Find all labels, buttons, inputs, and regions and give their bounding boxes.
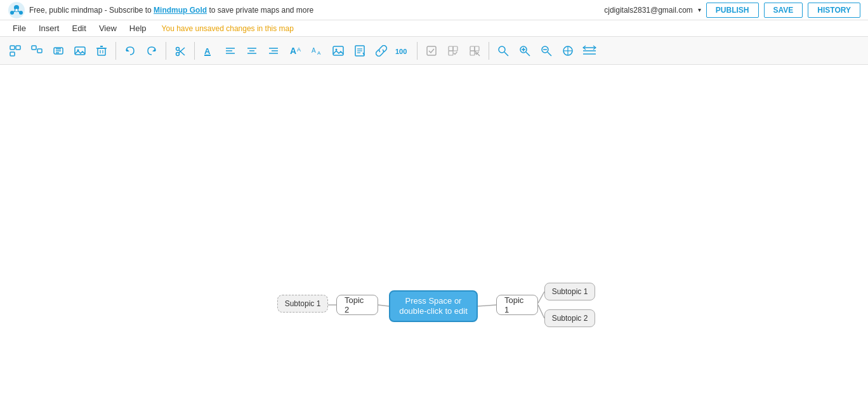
tb-sep-1: [115, 42, 116, 60]
tb-progress[interactable]: 100: [393, 41, 413, 61]
subtopic-right-bottom-node[interactable]: Subtopic 2: [544, 309, 595, 327]
top-bar-right: cjdigitals2831@gmail.com ▾ PUBLISH SAVE …: [604, 3, 860, 18]
svg-rect-30: [204, 55, 211, 56]
svg-rect-58: [470, 51, 475, 55]
svg-line-65: [526, 52, 530, 56]
tb-text-color[interactable]: A: [199, 41, 219, 61]
tb-zoom-out[interactable]: [536, 41, 556, 61]
tb-check1[interactable]: [421, 41, 442, 61]
svg-rect-10: [32, 46, 36, 50]
svg-line-28: [179, 50, 185, 55]
user-email: cjdigitals2831@gmail.com: [604, 6, 693, 15]
svg-rect-18: [98, 48, 105, 55]
history-button[interactable]: HISTORY: [808, 3, 860, 18]
svg-rect-7: [10, 46, 15, 50]
svg-rect-57: [475, 46, 479, 51]
topic2-node[interactable]: Topic 2: [336, 295, 378, 315]
menu-edit[interactable]: Edit: [67, 22, 91, 34]
tb-undo[interactable]: [120, 41, 140, 61]
svg-line-68: [548, 52, 551, 56]
svg-line-61: [504, 52, 508, 56]
tb-align-right[interactable]: [263, 41, 284, 61]
svg-text:A: A: [290, 46, 296, 56]
svg-rect-16: [75, 47, 85, 55]
tb-search[interactable]: [493, 41, 513, 61]
svg-text:A: A: [317, 50, 321, 56]
svg-point-25: [176, 52, 180, 55]
svg-line-75: [378, 305, 389, 306]
svg-rect-44: [333, 46, 343, 55]
svg-rect-54: [453, 46, 457, 51]
publish-button[interactable]: PUBLISH: [706, 3, 759, 18]
tb-sep-3: [194, 42, 195, 60]
tb-align-left[interactable]: [220, 41, 240, 61]
svg-point-60: [499, 46, 505, 53]
subtopic-right-top-label: Subtopic 1: [552, 287, 588, 296]
svg-line-79: [538, 305, 544, 318]
menu-insert[interactable]: Insert: [34, 22, 65, 34]
tb-check3[interactable]: [464, 41, 485, 61]
mindmap-connections: [0, 65, 868, 418]
topic1-label: Topic 1: [504, 295, 530, 314]
tb-fit[interactable]: [558, 41, 578, 61]
svg-text:A: A: [297, 46, 301, 53]
svg-line-27: [179, 48, 185, 53]
menu-view[interactable]: View: [94, 22, 122, 34]
svg-line-78: [538, 292, 544, 303]
subtopic-right-bottom-label: Subtopic 2: [552, 314, 588, 323]
mindmup-gold-link[interactable]: Mindmup Gold: [154, 6, 207, 15]
menu-help[interactable]: Help: [124, 22, 152, 34]
svg-rect-53: [449, 46, 453, 51]
tb-cut[interactable]: [170, 41, 190, 61]
announcement-text: Free, public mindmap - Subscribe to Mind…: [29, 6, 313, 15]
subtopic-left-node[interactable]: Subtopic 1: [277, 295, 328, 313]
mindmup-logo: [8, 1, 25, 19]
tb-add-child[interactable]: [5, 41, 25, 61]
save-button[interactable]: SAVE: [764, 3, 803, 18]
tb-collapse[interactable]: [27, 41, 47, 61]
svg-rect-11: [37, 49, 42, 53]
svg-rect-55: [449, 51, 453, 55]
svg-text:100: 100: [395, 48, 407, 55]
tb-sep-5: [489, 42, 489, 60]
menu-bar: File Insert Edit View Help You have unsa…: [0, 20, 868, 37]
svg-rect-9: [10, 52, 15, 56]
top-bar: Free, public mindmap - Subscribe to Mind…: [0, 0, 868, 20]
tb-font-smaller[interactable]: AA: [306, 41, 327, 61]
subtopic-left-label: Subtopic 1: [285, 299, 321, 308]
tb-zoom-in[interactable]: [515, 41, 535, 61]
tb-insert-image[interactable]: [328, 41, 348, 61]
tb-redo[interactable]: [141, 41, 162, 61]
subtopic-right-top-node[interactable]: Subtopic 1: [544, 283, 595, 300]
tb-align-center[interactable]: [242, 41, 262, 61]
tb-sep-2: [166, 42, 166, 60]
svg-rect-52: [427, 46, 436, 55]
topic1-node[interactable]: Topic 1: [496, 295, 538, 315]
user-dropdown-arrow[interactable]: ▾: [698, 6, 701, 13]
tb-font-bigger[interactable]: AA: [285, 41, 305, 61]
center-node[interactable]: Press Space or double-click to edit: [389, 290, 478, 322]
canvas[interactable]: Press Space or double-click to edit Topi…: [0, 65, 868, 418]
svg-rect-56: [470, 46, 475, 51]
tb-sep-4: [417, 42, 418, 60]
tb-image[interactable]: [70, 41, 90, 61]
toolbar: A AA AA 100: [0, 37, 868, 65]
topic2-label: Topic 2: [345, 295, 370, 314]
svg-point-6: [15, 8, 18, 11]
svg-text:A: A: [312, 47, 316, 54]
unsaved-changes-message: You have unsaved changes in this map: [162, 24, 294, 33]
tb-note[interactable]: [350, 41, 370, 61]
svg-marker-23: [126, 48, 129, 51]
svg-point-26: [176, 47, 180, 50]
tb-expand[interactable]: [48, 41, 69, 61]
tb-link[interactable]: [371, 41, 391, 61]
tb-delete[interactable]: [91, 41, 112, 61]
center-node-text: Press Space or double-click to edit: [393, 296, 474, 316]
svg-line-76: [478, 305, 496, 306]
menu-file[interactable]: File: [8, 22, 31, 34]
top-bar-left: Free, public mindmap - Subscribe to Mind…: [8, 1, 313, 19]
svg-marker-24: [152, 48, 155, 51]
tb-check2[interactable]: [443, 41, 463, 61]
tb-expand-all[interactable]: [579, 41, 600, 61]
svg-rect-8: [16, 46, 20, 50]
